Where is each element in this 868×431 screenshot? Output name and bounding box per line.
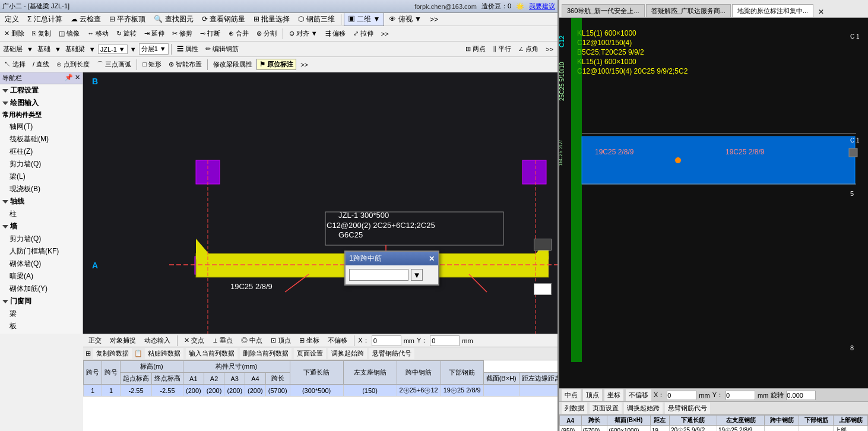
right-snap-nooffset[interactable]: 不偏移 xyxy=(626,389,651,401)
y-input[interactable] xyxy=(430,335,460,346)
nav-item-raft[interactable]: 筏板基础(M) xyxy=(0,133,83,145)
tool-parallel[interactable]: ∥ 平行 xyxy=(490,43,514,55)
btn-page-set[interactable]: 页面设置 xyxy=(294,348,326,359)
snap-mid[interactable]: ◎ 中点 xyxy=(238,335,265,346)
tool-original-mark[interactable]: ⚑ 原位标注 xyxy=(256,59,296,70)
menu-level-top[interactable]: ⊟ 平齐板顶 xyxy=(106,13,149,26)
table-row[interactable]: 1 1 -2.55 -2.55 (200) (200) (200) (200) … xyxy=(84,385,558,397)
right-y-input[interactable] xyxy=(726,391,755,400)
right-snap-coord[interactable]: 坐标 xyxy=(604,389,623,401)
cell-mid-rebar[interactable] xyxy=(483,385,519,397)
tool-edit-rebar[interactable]: ✏ 编辑钢筋 xyxy=(202,43,242,55)
tool-copy[interactable]: ⎘ 复制 xyxy=(29,28,54,39)
cell-end-elev[interactable]: -2.55 xyxy=(152,385,183,397)
menu-calculate[interactable]: Σ 汇总计算 xyxy=(24,13,66,26)
menu-more[interactable]: >> xyxy=(426,14,442,25)
browser-tab-3[interactable]: 地梁的原位标注和集中... xyxy=(732,4,813,17)
tool-modify-segment[interactable]: 修改梁段属性 xyxy=(210,59,255,70)
right-x-input[interactable] xyxy=(667,391,696,400)
nav-item-grid[interactable]: 轴网(T) xyxy=(0,121,83,133)
span-rebar-dialog[interactable]: 1跨跨中筋 ✕ ▼ xyxy=(344,251,439,286)
snap-coord[interactable]: ⊞ 坐标 xyxy=(296,335,322,346)
nav-item-col2[interactable]: 柱 xyxy=(0,208,83,220)
snap-nooffset[interactable]: 不偏移 xyxy=(325,335,350,346)
toolbar-more2[interactable]: >> xyxy=(543,45,556,54)
btn-input-col[interactable]: 输入当前列数据 xyxy=(186,348,237,359)
dialog-close-btn[interactable]: ✕ xyxy=(429,255,435,263)
tool-property[interactable]: ☰ 属性 xyxy=(174,43,201,55)
tab-close[interactable]: ✕ xyxy=(816,7,826,17)
tool-rect[interactable]: □ 矩形 xyxy=(140,59,164,70)
nav-item-shearwall2[interactable]: 剪力墙(Q) xyxy=(0,233,83,245)
right-snap-mid[interactable]: 中点 xyxy=(562,389,581,401)
nav-item-shearwall[interactable]: 剪力墙(Q) xyxy=(0,158,83,170)
menu-2d[interactable]: ▣ 二维 ▼ xyxy=(344,12,385,26)
toolbar-more3[interactable]: >> xyxy=(297,60,311,69)
btn-delete-col[interactable]: 删除当前列数据 xyxy=(240,348,292,359)
menu-cloud-check[interactable]: ☁ 云检查 xyxy=(67,13,104,26)
right-btn-cantilever[interactable]: 悬臂钢筋代号 xyxy=(665,403,710,414)
tool-smart-layout[interactable]: ⊛ 智能布置 xyxy=(166,59,205,70)
x-input[interactable] xyxy=(372,335,401,346)
beam-id-select[interactable]: JZL-1 ▼ xyxy=(98,45,128,54)
nav-item-beam[interactable]: 梁(L) xyxy=(0,170,83,183)
dialog-dropdown-btn[interactable]: ▼ xyxy=(411,269,423,281)
nav-section-wall[interactable]: 墙 xyxy=(0,220,83,233)
floor-select[interactable]: 分层1 ▼ xyxy=(139,43,169,55)
btn-paste-span[interactable]: 粘贴跨数据 xyxy=(145,348,183,359)
right-snap-vert[interactable]: 顶点 xyxy=(583,389,602,401)
nav-item-brick-wall[interactable]: 砌体墙(Q) xyxy=(0,258,83,270)
menu-rebar-3d[interactable]: ⬡ 钢筋三维 xyxy=(294,13,338,26)
cell-left-seat[interactable]: 19㊉25 2/8/9 xyxy=(441,385,483,397)
tool-two-point[interactable]: ⊞ 两点 xyxy=(462,43,489,55)
btn-cantilever[interactable]: 悬臂钢筋代号 xyxy=(369,348,414,359)
nav-item-slab2[interactable]: 板 xyxy=(0,320,83,332)
menu-batch-select[interactable]: ⊞ 批量选择 xyxy=(250,13,293,26)
nav-section-axis[interactable]: 轴线 xyxy=(0,195,83,208)
tool-align[interactable]: ⊜ 对齐 ▼ xyxy=(286,28,321,39)
tool-move[interactable]: ↔ 移动 xyxy=(84,28,112,39)
nav-item-hidden-beam[interactable]: 暗梁(A) xyxy=(0,270,83,283)
suggestion-btn[interactable]: 我要建议 xyxy=(529,2,555,11)
nav-item-column[interactable]: 框柱(Z) xyxy=(0,145,83,158)
snap-ortho[interactable]: 正交 xyxy=(85,335,104,346)
nav-section-project[interactable]: 工程设置 xyxy=(0,84,83,97)
right-btn-page[interactable]: 页面设置 xyxy=(590,403,622,414)
tool-point-length[interactable]: ⊙ 点到长度 xyxy=(53,59,93,70)
btn-swap-span[interactable]: 调换起始跨 xyxy=(328,348,367,359)
browser-tab-1[interactable]: 360导航_新一代安全上... xyxy=(562,4,645,17)
nav-item-beam2[interactable]: 梁 xyxy=(0,308,83,320)
snap-intersect[interactable]: ✕ 交点 xyxy=(181,335,207,346)
right-table-row[interactable]: (950) (5700) (600×1000) 19 20㊉25 9/9/2 1… xyxy=(560,426,868,432)
snap-object[interactable]: 对象捕捉 xyxy=(107,335,139,346)
nav-section-window[interactable]: 门窗间 xyxy=(0,295,83,308)
tool-split[interactable]: ⊗ 分割 xyxy=(254,28,280,39)
tool-point-angle[interactable]: ∠ 点角 xyxy=(515,43,541,55)
cell-through-rebar[interactable]: 2㊉25+6㊉12 xyxy=(397,385,441,397)
cell-bottom-rebar[interactable] xyxy=(519,385,557,397)
tool-extend[interactable]: ⇥ 延伸 xyxy=(141,28,167,39)
menu-define[interactable]: 定义 xyxy=(1,13,23,26)
dialog-title-bar[interactable]: 1跨跨中筋 ✕ xyxy=(346,252,438,265)
cell-start-elev[interactable]: -2.55 xyxy=(121,385,152,397)
menu-find-element[interactable]: 🔍 查找图元 xyxy=(150,13,197,26)
tool-line[interactable]: / 直线 xyxy=(30,59,52,70)
snap-perp[interactable]: ⊥ 垂点 xyxy=(210,335,236,346)
tool-offset[interactable]: ⇶ 偏移 xyxy=(322,28,349,39)
right-btn-swap[interactable]: 调换起始跨 xyxy=(624,403,663,414)
nav-item-bomb-wall[interactable]: 人防门框墙(KF) xyxy=(0,245,83,258)
nav-item-brick-rebar[interactable]: 砌体加筋(Y) xyxy=(0,283,83,295)
tool-arc[interactable]: ⌒ 三点画弧 xyxy=(94,59,134,70)
menu-view[interactable]: 👁 俯视 ▼ xyxy=(385,13,425,26)
menu-view-rebar[interactable]: ⟳ 查看钢筋量 xyxy=(198,13,249,26)
snap-vert[interactable]: ⊡ 顶点 xyxy=(268,335,294,346)
tool-delete[interactable]: ✕ 删除 xyxy=(1,28,27,39)
tool-select[interactable]: ↖ 选择 xyxy=(1,59,28,70)
tool-break[interactable]: ⊸ 打断 xyxy=(197,28,223,39)
right-btn-list[interactable]: 列数据 xyxy=(562,403,587,414)
tool-rotate[interactable]: ↻ 旋转 xyxy=(113,28,140,39)
dialog-input-field[interactable] xyxy=(349,269,408,281)
nav-section-foundation[interactable]: 基础 xyxy=(0,332,83,334)
nav-item-slab[interactable]: 现浇板(B) xyxy=(0,183,83,195)
tool-merge[interactable]: ⊕ 合并 xyxy=(226,28,252,39)
